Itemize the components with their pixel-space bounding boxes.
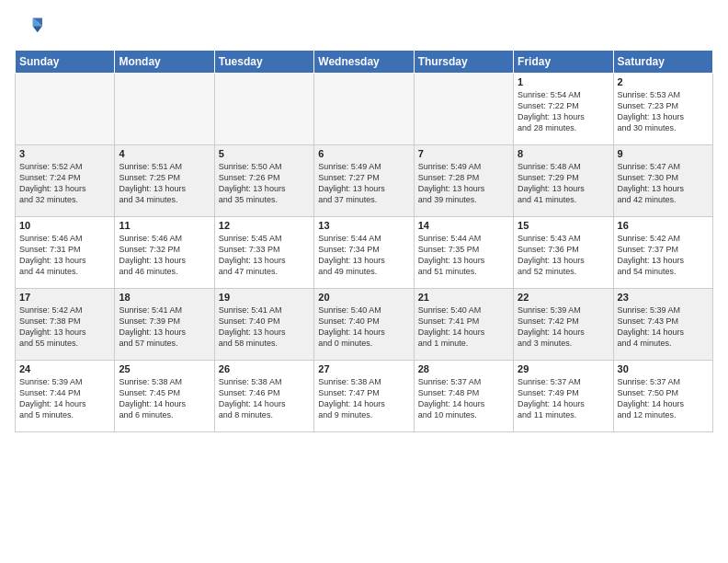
day-info: Sunrise: 5:40 AMSunset: 7:40 PMDaylight:… [318,304,409,350]
calendar-cell: 25Sunrise: 5:38 AMSunset: 7:45 PMDayligh… [115,361,214,432]
page: SundayMondayTuesdayWednesdayThursdayFrid… [0,0,728,563]
day-info: Sunrise: 5:49 AMSunset: 7:28 PMDaylight:… [418,161,509,206]
calendar-week-4: 17Sunrise: 5:42 AMSunset: 7:38 PMDayligh… [16,289,713,361]
day-number: 28 [418,363,509,374]
calendar-cell: 23Sunrise: 5:39 AMSunset: 7:43 PMDayligh… [613,289,712,361]
calendar-week-3: 10Sunrise: 5:46 AMSunset: 7:31 PMDayligh… [16,217,713,289]
logo [15,15,42,44]
calendar-cell: 4Sunrise: 5:51 AMSunset: 7:25 PMDaylight… [115,145,214,217]
day-info: Sunrise: 5:42 AMSunset: 7:38 PMDaylight:… [19,304,110,350]
day-header-monday: Monday [115,51,214,74]
day-number: 2 [618,76,709,87]
calendar-cell: 29Sunrise: 5:37 AMSunset: 7:49 PMDayligh… [514,361,613,432]
day-info: Sunrise: 5:46 AMSunset: 7:31 PMDaylight:… [19,233,110,278]
day-number: 18 [119,292,210,303]
day-info: Sunrise: 5:37 AMSunset: 7:48 PMDaylight:… [418,376,509,421]
calendar-cell [16,74,115,145]
day-info: Sunrise: 5:49 AMSunset: 7:27 PMDaylight:… [318,161,409,206]
calendar-header-row: SundayMondayTuesdayWednesdayThursdayFrid… [16,51,713,74]
calendar-cell [115,74,214,145]
calendar-cell: 8Sunrise: 5:48 AMSunset: 7:29 PMDaylight… [514,145,613,217]
logo-icon [17,15,42,40]
day-info: Sunrise: 5:44 AMSunset: 7:34 PMDaylight:… [318,233,409,278]
day-header-friday: Friday [514,51,613,74]
day-number: 6 [318,148,409,159]
day-info: Sunrise: 5:39 AMSunset: 7:43 PMDaylight:… [618,304,709,350]
day-info: Sunrise: 5:54 AMSunset: 7:22 PMDaylight:… [518,89,609,134]
day-info: Sunrise: 5:37 AMSunset: 7:49 PMDaylight:… [518,376,609,421]
calendar-cell: 24Sunrise: 5:39 AMSunset: 7:44 PMDayligh… [16,361,115,432]
day-number: 7 [418,148,509,159]
day-number: 5 [219,148,310,159]
calendar-cell: 10Sunrise: 5:46 AMSunset: 7:31 PMDayligh… [16,217,115,289]
day-number: 29 [518,363,609,374]
calendar-cell: 16Sunrise: 5:42 AMSunset: 7:37 PMDayligh… [613,217,712,289]
day-number: 10 [19,220,110,231]
calendar-cell: 2Sunrise: 5:53 AMSunset: 7:23 PMDaylight… [613,74,712,145]
day-info: Sunrise: 5:38 AMSunset: 7:45 PMDaylight:… [119,376,210,421]
calendar-cell: 27Sunrise: 5:38 AMSunset: 7:47 PMDayligh… [314,361,414,432]
calendar-cell: 11Sunrise: 5:46 AMSunset: 7:32 PMDayligh… [115,217,214,289]
day-header-tuesday: Tuesday [214,51,313,74]
calendar-cell: 14Sunrise: 5:44 AMSunset: 7:35 PMDayligh… [414,217,513,289]
header-area [15,15,713,44]
day-header-sunday: Sunday [16,51,115,74]
calendar-cell: 9Sunrise: 5:47 AMSunset: 7:30 PMDaylight… [613,145,712,217]
day-number: 12 [219,220,310,231]
calendar-cell: 7Sunrise: 5:49 AMSunset: 7:28 PMDaylight… [414,145,513,217]
day-number: 11 [119,220,210,231]
calendar-cell: 17Sunrise: 5:42 AMSunset: 7:38 PMDayligh… [16,289,115,361]
day-number: 16 [618,220,709,231]
calendar-cell: 30Sunrise: 5:37 AMSunset: 7:50 PMDayligh… [613,361,712,432]
day-number: 25 [119,363,210,374]
day-info: Sunrise: 5:38 AMSunset: 7:46 PMDaylight:… [219,376,310,421]
calendar-cell: 19Sunrise: 5:41 AMSunset: 7:40 PMDayligh… [214,289,313,361]
day-number: 21 [418,292,509,303]
day-number: 14 [418,220,509,231]
calendar-cell: 12Sunrise: 5:45 AMSunset: 7:33 PMDayligh… [214,217,313,289]
day-info: Sunrise: 5:40 AMSunset: 7:41 PMDaylight:… [418,304,509,350]
day-number: 15 [518,220,609,231]
calendar-week-1: 1Sunrise: 5:54 AMSunset: 7:22 PMDaylight… [16,74,713,145]
day-info: Sunrise: 5:44 AMSunset: 7:35 PMDaylight:… [418,233,509,278]
day-number: 26 [219,363,310,374]
day-info: Sunrise: 5:43 AMSunset: 7:36 PMDaylight:… [518,233,609,278]
day-info: Sunrise: 5:38 AMSunset: 7:47 PMDaylight:… [318,376,409,421]
day-header-saturday: Saturday [613,51,712,74]
calendar-cell [214,74,313,145]
day-info: Sunrise: 5:42 AMSunset: 7:37 PMDaylight:… [618,233,709,278]
calendar: SundayMondayTuesdayWednesdayThursdayFrid… [15,50,713,432]
calendar-cell: 15Sunrise: 5:43 AMSunset: 7:36 PMDayligh… [514,217,613,289]
day-number: 24 [19,363,110,374]
day-info: Sunrise: 5:53 AMSunset: 7:23 PMDaylight:… [618,89,709,134]
day-info: Sunrise: 5:50 AMSunset: 7:26 PMDaylight:… [219,161,310,206]
day-info: Sunrise: 5:46 AMSunset: 7:32 PMDaylight:… [119,233,210,278]
calendar-cell: 26Sunrise: 5:38 AMSunset: 7:46 PMDayligh… [214,361,313,432]
day-number: 19 [219,292,310,303]
calendar-week-2: 3Sunrise: 5:52 AMSunset: 7:24 PMDaylight… [16,145,713,217]
day-info: Sunrise: 5:39 AMSunset: 7:42 PMDaylight:… [518,304,609,350]
calendar-cell: 6Sunrise: 5:49 AMSunset: 7:27 PMDaylight… [314,145,414,217]
calendar-week-5: 24Sunrise: 5:39 AMSunset: 7:44 PMDayligh… [16,361,713,432]
calendar-cell: 20Sunrise: 5:40 AMSunset: 7:40 PMDayligh… [314,289,414,361]
day-info: Sunrise: 5:52 AMSunset: 7:24 PMDaylight:… [19,161,110,206]
day-number: 4 [119,148,210,159]
calendar-cell: 1Sunrise: 5:54 AMSunset: 7:22 PMDaylight… [514,74,613,145]
calendar-cell: 28Sunrise: 5:37 AMSunset: 7:48 PMDayligh… [414,361,513,432]
calendar-cell: 13Sunrise: 5:44 AMSunset: 7:34 PMDayligh… [314,217,414,289]
day-number: 22 [518,292,609,303]
calendar-cell: 18Sunrise: 5:41 AMSunset: 7:39 PMDayligh… [115,289,214,361]
day-info: Sunrise: 5:48 AMSunset: 7:29 PMDaylight:… [518,161,609,206]
day-number: 23 [618,292,709,303]
svg-marker-2 [33,26,43,32]
day-header-wednesday: Wednesday [314,51,414,74]
calendar-cell: 22Sunrise: 5:39 AMSunset: 7:42 PMDayligh… [514,289,613,361]
day-info: Sunrise: 5:51 AMSunset: 7:25 PMDaylight:… [119,161,210,206]
calendar-cell: 21Sunrise: 5:40 AMSunset: 7:41 PMDayligh… [414,289,513,361]
day-info: Sunrise: 5:41 AMSunset: 7:39 PMDaylight:… [119,304,210,350]
day-number: 17 [19,292,110,303]
day-info: Sunrise: 5:47 AMSunset: 7:30 PMDaylight:… [618,161,709,206]
calendar-cell [314,74,414,145]
day-number: 20 [318,292,409,303]
day-number: 8 [518,148,609,159]
